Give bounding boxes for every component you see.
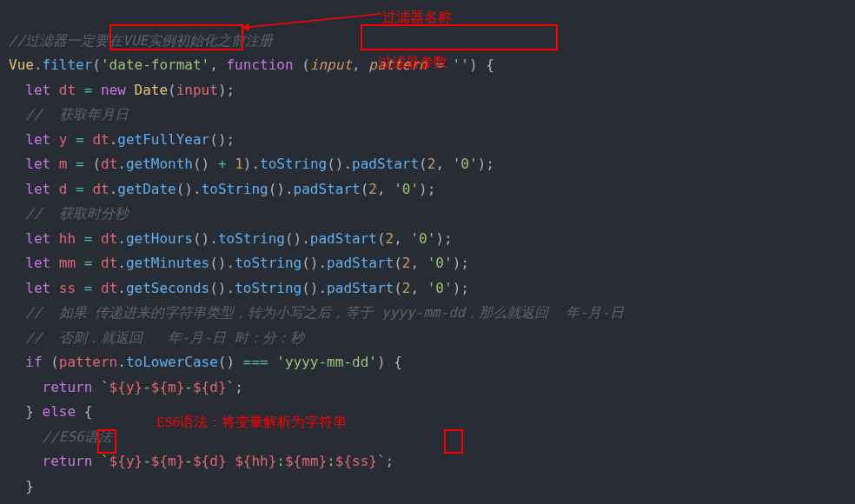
annotation-params: 过滤器参数 bbox=[378, 50, 447, 76]
comment-ifdesc2: // 否则，就返回 年-月-日 时：分：秒 bbox=[25, 329, 303, 346]
arrow-icon bbox=[235, 9, 382, 35]
vue-class: Vue bbox=[9, 56, 34, 73]
svg-line-0 bbox=[242, 14, 381, 28]
filter-name-string: 'date-format' bbox=[101, 56, 209, 73]
comment-hms: // 获取时分秒 bbox=[25, 205, 129, 222]
annotation-filter-name: 过滤器名称 bbox=[382, 5, 452, 30]
function-keyword: function bbox=[226, 56, 293, 73]
code-editor[interactable]: //过滤器一定要在VUE实例初始化之前注册 Vue.filter('date-f… bbox=[0, 0, 855, 504]
filter-method: filter bbox=[43, 56, 93, 73]
highlight-box-filter-name bbox=[109, 24, 243, 50]
param-input: input bbox=[310, 56, 352, 73]
annotation-es6: ES6语法：将变量解析为字符串 bbox=[156, 410, 347, 435]
highlight-box-backtick-end bbox=[444, 429, 463, 454]
comment-ifdesc1: // 如果 传递进来的字符串类型，转为小写之后，等于 yyyy-mm-dd，那么… bbox=[25, 304, 624, 321]
highlight-box-backtick-start bbox=[97, 429, 116, 454]
comment-ymd: // 获取年月日 bbox=[25, 106, 129, 123]
